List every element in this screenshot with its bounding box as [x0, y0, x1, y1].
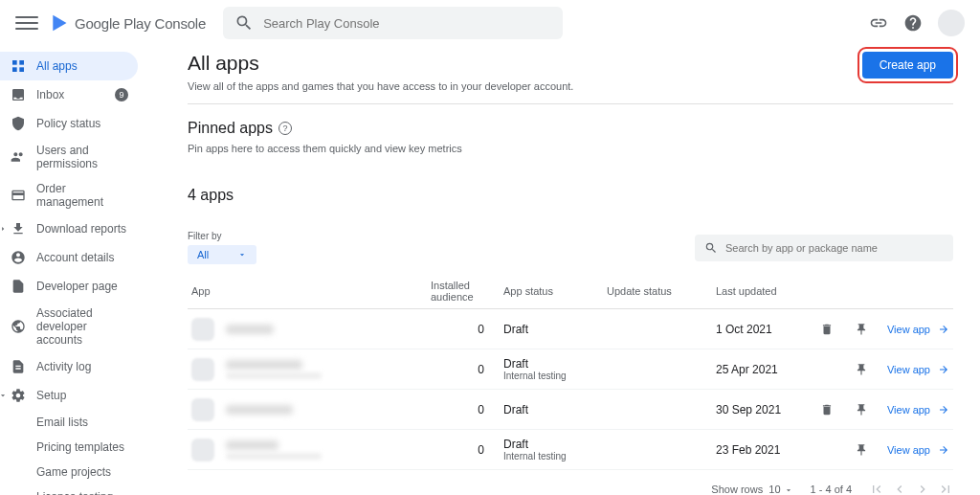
table-search-input[interactable]	[725, 242, 944, 254]
sidebar-sub-email-lists[interactable]: Email lists	[0, 410, 138, 435]
sidebar-sub-licence-testing[interactable]: Licence testing	[0, 484, 138, 495]
sidebar-label: Users and permissions	[36, 144, 128, 170]
search-icon	[234, 13, 254, 33]
account-icon	[10, 249, 27, 266]
app-icon	[191, 358, 214, 381]
sidebar-sub-game-projects[interactable]: Game projects	[0, 460, 138, 484]
sidebar-label: Associated developer accounts	[36, 306, 128, 347]
brand-logo[interactable]: Google Play Console	[50, 13, 206, 33]
col-status: App status	[503, 285, 607, 297]
sidebar-sub-pricing-templates[interactable]: Pricing templates	[0, 435, 138, 460]
page-next-icon[interactable]	[915, 482, 930, 495]
col-app: App	[191, 285, 431, 297]
download-icon	[10, 220, 27, 237]
sidebar-item-setup[interactable]: Setup	[0, 381, 138, 410]
menu-icon[interactable]	[15, 11, 38, 34]
table-row: 0 Draft 30 Sep 2021 View app	[188, 390, 953, 430]
help-circle-icon[interactable]: ?	[278, 122, 292, 135]
inbox-icon	[10, 86, 27, 103]
col-audience: Installed audience	[431, 280, 503, 303]
sidebar-label: Order management	[36, 182, 128, 209]
page-first-icon[interactable]	[869, 482, 884, 495]
page-title: All apps	[188, 52, 573, 75]
audience-value: 0	[431, 363, 503, 376]
avatar[interactable]	[938, 10, 965, 36]
inbox-badge: 9	[115, 88, 128, 101]
pinned-apps-desc: Pin apps here to access them quickly and…	[188, 143, 953, 154]
app-icon	[191, 318, 214, 341]
pin-icon[interactable]	[855, 323, 868, 336]
table-row: 0 DraftInternal testing 23 Feb 2021 View…	[188, 430, 953, 470]
sidebar-label: Activity log	[36, 360, 91, 373]
date-value: 1 Oct 2021	[716, 323, 813, 336]
show-rows-label: Show rows	[711, 484, 763, 495]
audience-value: 0	[431, 403, 503, 416]
pinned-apps-title: Pinned apps	[188, 120, 273, 137]
filter-chip[interactable]: All	[188, 245, 256, 264]
page-prev-icon[interactable]	[892, 482, 907, 495]
audience-value: 0	[431, 323, 503, 336]
view-app-link[interactable]: View app	[887, 444, 949, 456]
arrow-right-icon	[938, 324, 949, 335]
page-subtitle: View all of the apps and games that you …	[188, 80, 573, 92]
sidebar-item-developer-page[interactable]: Developer page	[0, 272, 138, 301]
status-value: Draft	[503, 403, 607, 416]
sidebar-item-activity-log[interactable]: Activity log	[0, 352, 138, 381]
status-sub: Internal testing	[503, 371, 607, 381]
sidebar-item-account-details[interactable]: Account details	[0, 243, 138, 272]
main-content: All apps View all of the apps and games …	[161, 46, 980, 495]
sidebar-label: Game projects	[36, 465, 111, 479]
table-search[interactable]	[695, 235, 953, 261]
search-input[interactable]	[263, 16, 551, 31]
gear-icon	[10, 387, 27, 404]
shield-icon	[10, 115, 27, 132]
arrow-right-icon	[938, 364, 949, 375]
sidebar-item-inbox[interactable]: Inbox9	[0, 80, 138, 109]
filter-label: Filter by	[188, 231, 256, 241]
pin-icon[interactable]	[855, 403, 868, 416]
search-icon	[704, 241, 718, 255]
page-last-icon[interactable]	[938, 482, 953, 495]
date-value: 25 Apr 2021	[716, 363, 813, 376]
svg-rect-2	[12, 67, 17, 72]
link-icon[interactable]	[869, 13, 888, 33]
sidebar-item-users-and-permissions[interactable]: Users and permissions	[0, 138, 138, 176]
sidebar-item-download-reports[interactable]: Download reports	[0, 214, 138, 243]
pagination: Show rows 10 1 - 4 of 4	[188, 482, 953, 495]
app-name	[226, 325, 274, 334]
view-app-link[interactable]: View app	[887, 324, 949, 335]
sidebar-label: Download reports	[36, 222, 126, 236]
sidebar-label: Email lists	[36, 416, 88, 429]
card-icon	[10, 187, 27, 204]
trash-icon[interactable]	[820, 323, 834, 336]
trash-icon[interactable]	[820, 403, 834, 416]
svg-rect-3	[19, 67, 24, 72]
sidebar-label: Account details	[36, 251, 114, 264]
globe-icon	[10, 318, 27, 335]
sidebar-item-associated-developer-accounts[interactable]: Associated developer accounts	[0, 301, 138, 352]
sidebar-label: All apps	[36, 59, 78, 73]
status-sub: Internal testing	[503, 451, 607, 461]
sidebar-item-order-management[interactable]: Order management	[0, 176, 138, 214]
sidebar-label: Inbox	[36, 88, 64, 101]
svg-rect-1	[19, 60, 24, 65]
arrow-right-icon	[938, 444, 949, 456]
view-app-link[interactable]: View app	[887, 404, 949, 416]
status-value: Draft	[503, 323, 607, 336]
date-value: 30 Sep 2021	[716, 403, 813, 416]
doc-icon	[10, 358, 27, 375]
rows-per-page[interactable]: 10	[768, 484, 780, 495]
view-app-link[interactable]: View app	[887, 364, 949, 375]
create-app-button[interactable]: Create app	[862, 52, 953, 79]
chevron-down-icon[interactable]	[784, 485, 793, 495]
app-name	[226, 360, 302, 370]
sidebar-item-all-apps[interactable]: All apps	[0, 52, 138, 80]
global-search[interactable]	[223, 7, 563, 39]
sidebar-label: Pricing templates	[36, 440, 124, 454]
pin-icon[interactable]	[855, 443, 868, 457]
sidebar: All appsInbox9Policy statusUsers and per…	[0, 46, 142, 495]
help-icon[interactable]	[903, 13, 923, 33]
sidebar-item-policy-status[interactable]: Policy status	[0, 109, 138, 138]
pin-icon[interactable]	[855, 363, 868, 376]
col-update: Update status	[607, 285, 716, 297]
